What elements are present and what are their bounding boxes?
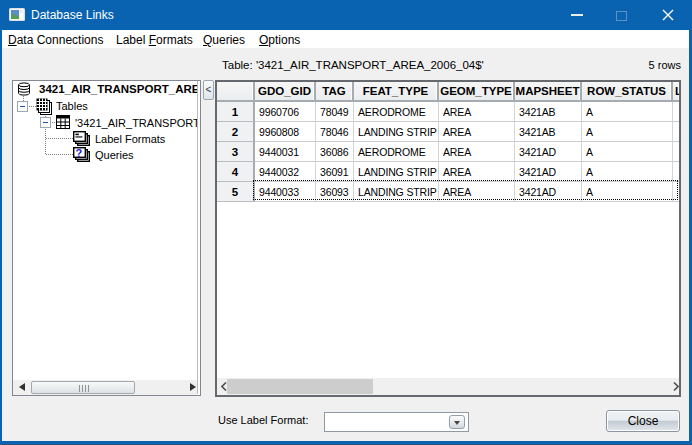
svg-text:?: ? — [76, 147, 83, 159]
